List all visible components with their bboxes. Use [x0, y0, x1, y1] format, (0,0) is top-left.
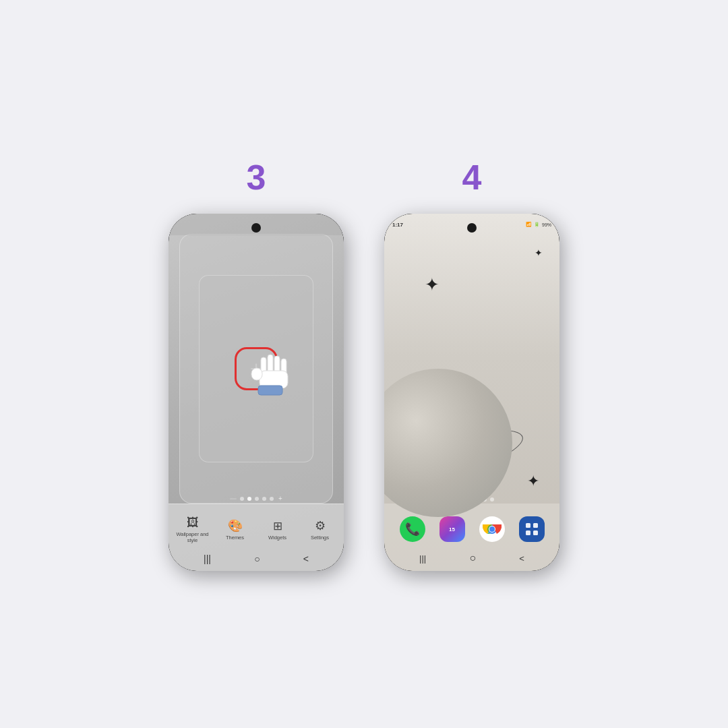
svg-point-13 [489, 526, 495, 532]
add-dot-icon: + [278, 495, 282, 502]
wallpaper-icon: 🖼 [187, 516, 199, 530]
back-btn[interactable]: < [303, 553, 309, 564]
battery-icon: 🔋 [534, 222, 540, 227]
apps-app[interactable] [519, 516, 545, 542]
bottom-menu: 🖼 Wallpaper andstyle 🎨 Themes ⊞ Widgets [169, 504, 344, 551]
phone-app-icon: 📞 [405, 522, 420, 537]
phone3-section: 3 + [169, 157, 344, 571]
step4-number: 4 [462, 157, 482, 198]
front-camera [251, 223, 261, 233]
menu-item-wallpaper[interactable]: 🖼 Wallpaper andstyle [171, 516, 214, 543]
dot-5 [270, 497, 274, 501]
main-container: 3 + [169, 157, 559, 571]
page-dots: + [169, 495, 344, 502]
dot-2 [247, 497, 251, 501]
dot-1 [240, 497, 244, 501]
home-btn[interactable]: ○ [254, 553, 260, 564]
front-camera-4 [467, 223, 477, 233]
star-medium: ✦ [527, 473, 539, 490]
phone4-dock: 📞 15 [384, 504, 559, 571]
settings-icon: ⚙ [315, 518, 326, 533]
phone4: 1:17 📶 🔋 99% ✦ ✦ ✦ [384, 214, 559, 571]
signal-icon: 📶 [526, 222, 532, 227]
samsung-app-label: 15 [449, 526, 455, 533]
nav-bar-4: ||| ○ < [384, 551, 559, 571]
settings-label: Settings [311, 535, 329, 541]
phone3-bottom-nav: 🖼 Wallpaper andstyle 🎨 Themes ⊞ Widgets [169, 504, 344, 571]
menu-item-themes[interactable]: 🎨 Themes [214, 518, 256, 541]
cursor-hand-icon [245, 352, 293, 400]
home-btn-4[interactable]: ○ [469, 552, 476, 564]
phone3-screen: + [169, 214, 344, 571]
phone4-section: 4 1:17 📶 🔋 99% [384, 157, 559, 571]
recents-btn-4[interactable]: ||| [419, 553, 426, 564]
grid-indicator [230, 498, 237, 499]
svg-rect-14 [526, 523, 530, 528]
wallpaper-label: Wallpaper andstyle [176, 531, 208, 543]
status-icons: 📶 🔋 99% [526, 222, 551, 227]
back-btn-4[interactable]: < [519, 553, 524, 564]
themes-icon: 🎨 [228, 518, 243, 533]
menu-item-widgets[interactable]: ⊞ Widgets [256, 519, 299, 541]
battery-pct: 99% [542, 222, 551, 227]
chrome-app[interactable] [479, 516, 505, 542]
widgets-icon: ⊞ [273, 519, 282, 533]
recents-btn[interactable]: ||| [204, 553, 211, 564]
svg-rect-16 [526, 530, 530, 535]
star-small-top: ✦ [535, 247, 543, 258]
svg-rect-17 [533, 530, 538, 535]
dot-3 [255, 497, 259, 501]
svg-rect-8 [251, 368, 262, 380]
status-time: 1:17 [392, 222, 403, 228]
star-large: ✦ [425, 274, 439, 295]
phone4-screen: 1:17 📶 🔋 99% ✦ ✦ ✦ [384, 214, 559, 571]
dot-4 [262, 497, 266, 501]
apps-grid-icon [525, 522, 539, 536]
samsung-app[interactable]: 15 [439, 516, 465, 542]
wallpaper-panel: + [179, 234, 333, 504]
phone-app[interactable]: 📞 [400, 516, 425, 542]
phone3: + [169, 214, 344, 571]
widgets-label: Widgets [268, 535, 286, 541]
dot4-5 [490, 497, 494, 502]
svg-rect-9 [258, 386, 282, 395]
svg-rect-15 [533, 523, 538, 528]
nav-bar-3: ||| ○ < [169, 551, 344, 571]
step3-number: 3 [247, 157, 266, 198]
inner-panel: + [199, 275, 313, 463]
themes-label: Themes [226, 535, 244, 541]
chrome-icon [483, 520, 502, 539]
menu-item-settings[interactable]: ⚙ Settings [299, 518, 341, 541]
